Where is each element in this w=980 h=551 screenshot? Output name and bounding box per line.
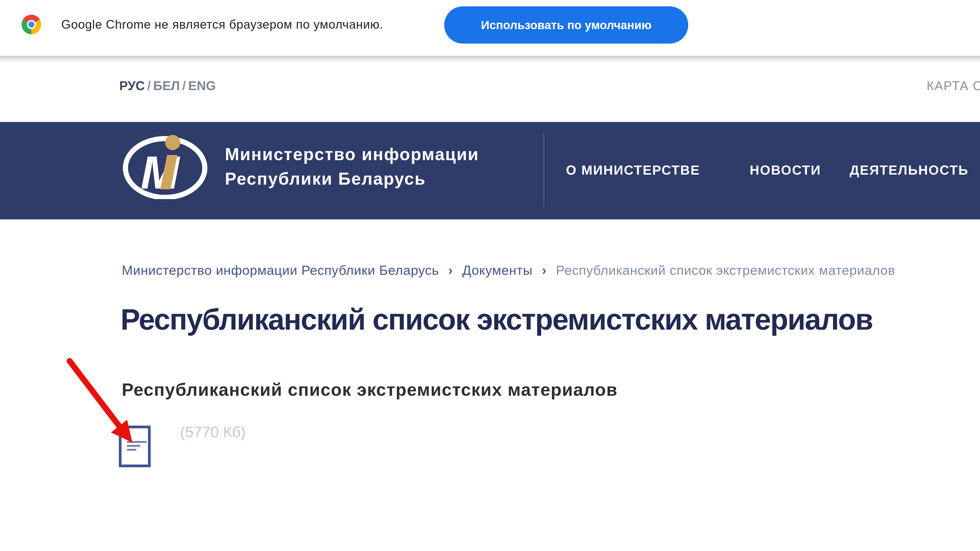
ministry-logo[interactable]: М	[123, 132, 208, 199]
document-download-icon[interactable]	[119, 426, 151, 467]
document-icon-line	[127, 449, 136, 451]
infobar-shadow	[0, 56, 980, 62]
lang-separator: /	[182, 79, 186, 93]
lang-eng[interactable]: ENG	[188, 79, 216, 93]
file-size-label: (5770 Кб)	[180, 423, 246, 441]
infobar-message: Google Chrome не является браузером по у…	[61, 17, 383, 31]
breadcrumb-current: Республиканский список экстремистских ма…	[556, 263, 895, 278]
language-switcher: РУС/БЕЛ/ENG	[119, 78, 216, 93]
section-heading: Республиканский список экстремистских ма…	[122, 380, 618, 400]
brand-line1: Министерство информации	[225, 142, 479, 167]
logo-letter-m: М	[141, 146, 180, 198]
document-icon-line	[127, 441, 146, 443]
lang-bel[interactable]: БЕЛ	[153, 79, 180, 93]
brand-name: Министерство информации Республики Белар…	[225, 142, 479, 191]
breadcrumb-home[interactable]: Министерство информации Республики Белар…	[122, 263, 439, 278]
brand-line2: Республики Беларусь	[225, 167, 479, 191]
chrome-icon	[22, 15, 41, 34]
site-header: М Министерство информации Республики Бел…	[0, 122, 980, 219]
nav-activity[interactable]: ДЕЯТЕЛЬНОСТЬ	[850, 162, 969, 178]
page: Google Chrome не является браузером по у…	[0, 0, 980, 551]
lang-separator: /	[147, 79, 151, 93]
breadcrumb: Министерство информации Республики Белар…	[122, 262, 895, 278]
breadcrumb-documents[interactable]: Документы	[462, 263, 533, 278]
nav-about-ministry[interactable]: О МИНИСТЕРСТВЕ	[566, 162, 700, 178]
breadcrumb-separator: ›	[449, 263, 453, 278]
breadcrumb-separator: ›	[542, 263, 547, 278]
chrome-infobar: Google Chrome не является браузером по у…	[0, 0, 980, 56]
page-title: Республиканский список экстремистских ма…	[121, 302, 872, 336]
document-icon-line	[127, 445, 140, 447]
nav-news[interactable]: НОВОСТИ	[750, 162, 821, 178]
use-default-button[interactable]: Использовать по умолчанию	[444, 6, 688, 44]
sitemap-link[interactable]: КАРТА С	[927, 78, 980, 93]
lang-rus[interactable]: РУС	[119, 79, 145, 93]
logo-gold-dot	[165, 135, 180, 150]
header-divider	[543, 133, 544, 208]
